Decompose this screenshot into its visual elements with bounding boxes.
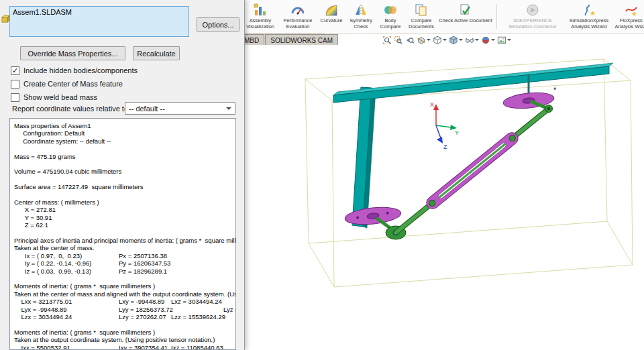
toolbar-separator	[496, 4, 497, 29]
report-line: Iy = ( 0.22, -0.14, -0.96) Py = 16206347…	[14, 259, 235, 267]
previous-view-icon	[405, 36, 415, 45]
recalculate-button[interactable]: Recalculate	[133, 46, 180, 60]
toolbar-label: Symmetry Check	[350, 18, 372, 30]
toolbar-assembly-visualization[interactable]: Assembly Visualization	[241, 1, 279, 32]
report-line: Moments of inertia: ( grams * square mil…	[14, 329, 235, 336]
zoom-to-area-button[interactable]	[394, 36, 403, 45]
report-line	[14, 176, 235, 183]
mass-report[interactable]: Mass properties of Assem1 Configuration:…	[9, 118, 236, 350]
rod-pin-center	[547, 107, 550, 110]
hide-show-items-icon	[465, 36, 474, 45]
report-line: Lyx = -99448.89 Lyy = 18256373.72 Lyz = …	[14, 306, 235, 313]
svg-text:X: X	[430, 101, 434, 108]
chevron-down-icon	[475, 39, 479, 41]
toolbar-symmetry-check[interactable]: Symmetry Check	[346, 1, 376, 32]
create-center-of-mass-row[interactable]: Create Center of Mass feature	[11, 78, 123, 89]
dropdown-value: -- default --	[129, 105, 165, 113]
report-relative-label: Report coordinate values relative to:	[12, 105, 130, 113]
toolbar-floxpress-wizard[interactable]: ★ FloXpress Analysis Wizar	[612, 1, 644, 32]
simulationxpress-icon: ★	[582, 3, 596, 17]
toolbar-body-compare[interactable]: Body Compare	[376, 1, 405, 32]
show-weld-bead-mass-checkbox[interactable]	[11, 93, 19, 102]
svg-text:Z: Z	[443, 143, 447, 150]
report-line: Surface area = 147227.49 square millimet…	[14, 183, 235, 190]
edit-appearance-button[interactable]	[481, 36, 495, 45]
report-line: Y = 30.91	[14, 214, 235, 221]
assembly-visualization-icon	[253, 3, 268, 17]
report-line: Mass properties of Assem1	[14, 122, 235, 129]
performance-evaluation-icon	[290, 3, 305, 17]
tab-solidworks-cam[interactable]: SOLIDWORKS CAM	[265, 34, 338, 45]
body-compare-icon	[383, 3, 398, 17]
toolbar-simulationxpress-wizard[interactable]: ★ SimulationXpress Analysis Wizard	[566, 1, 612, 32]
display-style-button[interactable]	[449, 36, 463, 45]
include-hidden-bodies-checkbox[interactable]: ✓	[11, 66, 19, 75]
report-line: Taken at the center of mass.	[14, 244, 235, 251]
report-line: Configuration: Default	[14, 129, 235, 137]
report-line: Lzx = 3034494.24 Lzy = 270262.07 Lzz = 1…	[14, 313, 235, 320]
zoom-to-area-icon	[394, 36, 403, 45]
report-line: Ixx = 5500532.91 Ixy = 3907354.41 Ixz = …	[14, 344, 235, 350]
chevron-down-icon	[443, 39, 447, 41]
check-active-document-icon	[458, 3, 473, 17]
symmetry-check-icon	[354, 3, 368, 17]
options-button[interactable]: Options...	[197, 17, 239, 32]
toolbar-label: Curvature	[321, 18, 343, 24]
graphics-viewport[interactable]: X Y Z *	[245, 34, 644, 350]
previous-view-button[interactable]	[405, 36, 415, 45]
chevron-down-icon	[226, 107, 231, 110]
report-line	[14, 191, 235, 198]
report-line	[14, 145, 235, 152]
chevron-down-icon	[427, 39, 431, 41]
mass-properties-dialog: Assem1.SLDASM Options... Override Mass P…	[0, 0, 245, 350]
report-line: Lxx = 3213775.01 Lxy = -99448.89 Lxz = 3…	[14, 298, 235, 305]
selection-list[interactable]: Assem1.SLDASM	[9, 6, 189, 37]
toolbar-3dexperience-simulation-connector: 3DEXPERIENCE Simulation Connector	[500, 1, 566, 32]
model-scene: X Y Z *	[245, 34, 644, 350]
toolbar-performance-evaluation[interactable]: Performance Evaluation	[279, 1, 317, 32]
annotation-marker: *	[553, 86, 557, 94]
report-line: Principal axes of inertia and principal …	[14, 237, 235, 244]
section-view-button[interactable]	[417, 36, 431, 45]
create-center-of-mass-checkbox[interactable]	[11, 80, 19, 89]
apply-scene-icon	[497, 36, 506, 45]
report-line: Moments of inertia: ( grams * square mil…	[14, 282, 235, 290]
report-line: Taken at the center of mass and aligned …	[14, 290, 235, 298]
commandmanager-tabs: MBD SOLIDWORKS CAM	[236, 34, 325, 45]
toolbar-label: Compare Documents	[409, 18, 434, 30]
crank-wheel-left[interactable]	[344, 205, 402, 227]
toolbar-label: Body Compare	[380, 18, 401, 30]
show-weld-bead-mass-row[interactable]: Show weld bead mass	[11, 92, 97, 103]
zoom-to-fit-button[interactable]	[382, 36, 392, 45]
toolbar-compare-documents[interactable]: Compare Documents	[405, 1, 437, 32]
report-line: Center of mass: ( millimeters )	[14, 198, 235, 206]
toolbar-curvature[interactable]: Curvature	[317, 1, 346, 32]
chevron-down-icon	[491, 39, 495, 41]
cylinder-link[interactable]	[424, 130, 520, 211]
toolbar-label: Check Active Document	[439, 18, 492, 24]
report-line: Coordinate system: -- default --	[14, 137, 235, 145]
frame-post[interactable]	[352, 87, 376, 228]
toolbar-label: 3DEXPERIENCE Simulation Connector	[508, 18, 557, 30]
toolbar-label: Performance Evaluation	[284, 18, 313, 30]
curvature-icon	[324, 3, 339, 17]
report-line	[14, 160, 235, 168]
include-hidden-bodies-row[interactable]: ✓ Include hidden bodies/components	[11, 65, 138, 76]
report-line: Z = 62.1	[14, 221, 235, 229]
view-orientation-button[interactable]	[433, 36, 447, 45]
solidworks-window: Assembly Visualization Performance Evalu…	[0, 0, 644, 350]
apply-scene-button[interactable]	[497, 36, 511, 45]
svg-text:★: ★	[631, 10, 637, 17]
chevron-down-icon	[507, 39, 511, 41]
report-line: Taken at the output coordinate system. (…	[14, 336, 235, 343]
edit-appearance-icon	[481, 36, 490, 45]
coordinate-system-dropdown[interactable]: -- default --	[125, 102, 235, 115]
hide-show-items-button[interactable]	[465, 36, 479, 45]
report-line	[14, 320, 235, 328]
frame-beam[interactable]	[333, 63, 613, 103]
report-line: X = 272.81	[14, 206, 235, 213]
override-mass-properties-button[interactable]: Override Mass Properties...	[20, 46, 125, 60]
section-view-icon	[417, 36, 426, 45]
checkbox-label: Create Center of Mass feature	[23, 80, 123, 88]
toolbar-check-active-document[interactable]: Check Active Document	[437, 1, 494, 32]
